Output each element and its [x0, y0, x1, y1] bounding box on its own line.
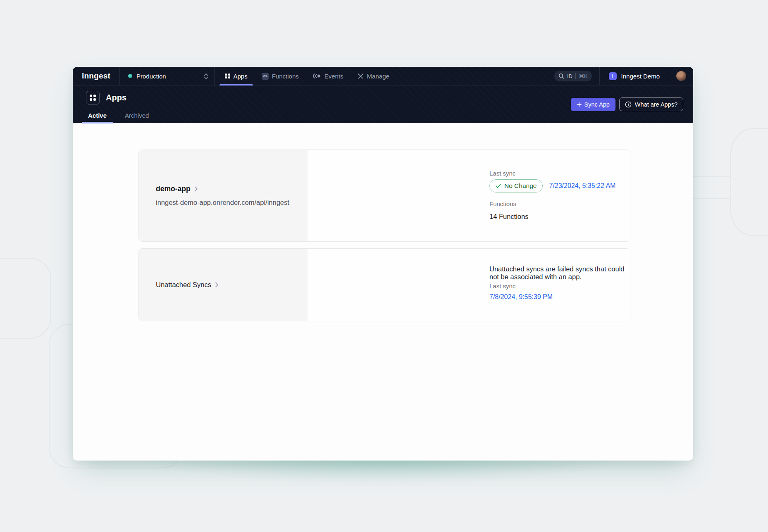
what-are-apps-button[interactable]: What are Apps? — [619, 97, 683, 111]
chevron-right-icon — [215, 282, 219, 287]
environment-status-icon — [128, 74, 132, 78]
last-sync-row: No Change 7/23/2024, 5:35:22 AM — [489, 179, 615, 192]
account-menu[interactable]: i Inngest Demo — [600, 67, 669, 85]
account-name: Inngest Demo — [621, 73, 660, 80]
nav-tab-apps[interactable]: Apps — [218, 67, 255, 85]
search-icon — [558, 73, 564, 79]
decor-rounded-rect-left-top — [0, 258, 51, 339]
nav-tab-functions[interactable]: <> Functions — [255, 67, 306, 85]
what-are-apps-label: What are Apps? — [635, 101, 677, 108]
nav-tabs: Apps <> Functions Events — [218, 67, 396, 85]
decor-band-right — [693, 176, 731, 199]
app-url: inngest-demo-app.onrender.com/api/innges… — [156, 199, 289, 207]
inngest-logo: inngest — [82, 71, 110, 81]
functions-label: Functions — [489, 200, 516, 207]
nav-tab-events[interactable]: Events — [306, 67, 351, 85]
apps-grid-icon — [225, 74, 230, 79]
sync-app-label: Sync App — [584, 101, 610, 108]
app-card: demo-app inngest-demo-app.onrender.com/a… — [138, 150, 630, 242]
tab-active[interactable]: Active — [82, 107, 113, 124]
avatar — [676, 71, 686, 81]
decor-rounded-rect-right — [730, 128, 768, 236]
page-title: Apps — [106, 93, 126, 102]
nav-tab-label: Manage — [367, 73, 389, 80]
last-sync-label: Last sync — [489, 170, 515, 177]
search-input[interactable]: ID ⌘K — [554, 71, 592, 81]
apps-filter-tabs: Active Archived — [82, 107, 155, 124]
unattached-syncs-title-row[interactable]: Unattached Syncs — [156, 281, 219, 289]
search-shortcut: ⌘K — [579, 73, 588, 79]
sync-app-button[interactable]: Sync App — [571, 98, 615, 111]
functions-code-icon: <> — [262, 73, 269, 80]
nav-tab-label: Apps — [234, 73, 248, 80]
page-title-wrap: Apps — [86, 91, 126, 104]
app-name-row[interactable]: demo-app — [156, 185, 198, 193]
org-badge: i — [609, 72, 617, 80]
unattached-syncs-description: Unattached syncs are failed syncs that c… — [489, 265, 630, 281]
app-card-summary[interactable]: demo-app inngest-demo-app.onrender.com/a… — [139, 150, 308, 241]
chevron-up-down-icon — [204, 73, 208, 79]
functions-count: 14 Functions — [489, 213, 528, 221]
last-sync-link[interactable]: 7/23/2024, 5:35:22 AM — [549, 182, 615, 190]
environment-label: Production — [136, 73, 200, 80]
check-icon — [496, 184, 501, 188]
status-badge-label: No Change — [504, 182, 537, 190]
top-nav: inngest Production Apps <> Functions — [73, 67, 693, 86]
search-entity-label: ID — [567, 73, 572, 79]
app-header: inngest Production Apps <> Functions — [73, 67, 693, 123]
logo-section: inngest — [73, 67, 120, 85]
tab-archived[interactable]: Archived — [119, 107, 155, 124]
last-sync-link[interactable]: 7/8/2024, 9:55:39 PM — [489, 293, 553, 301]
app-name: demo-app — [156, 185, 191, 193]
unattached-syncs-details: Unattached syncs are failed syncs that c… — [308, 249, 630, 321]
nav-right-cluster: ID ⌘K i Inngest Demo — [554, 67, 693, 85]
unattached-syncs-card: Unattached Syncs Unattached syncs are fa… — [138, 248, 630, 321]
app-window: inngest Production Apps <> Functions — [73, 67, 693, 461]
page-header: Apps Sync App What are Apps? — [73, 86, 693, 124]
nav-tab-label: Functions — [272, 73, 299, 80]
search-divider — [575, 73, 576, 79]
manage-tools-icon — [358, 73, 364, 79]
unattached-syncs-title: Unattached Syncs — [156, 281, 211, 289]
app-card-details: Last sync No Change 7/23/2024, 5:35:22 A… — [308, 150, 630, 241]
plus-icon — [577, 102, 582, 107]
tab-label: Archived — [125, 112, 149, 119]
window-bottom-glow — [85, 457, 680, 491]
tab-label: Active — [88, 112, 107, 119]
nav-tab-manage[interactable]: Manage — [351, 67, 396, 85]
user-menu[interactable] — [669, 67, 693, 85]
unattached-syncs-summary[interactable]: Unattached Syncs — [139, 249, 308, 321]
environment-switcher[interactable]: Production — [120, 67, 215, 85]
events-stream-icon — [313, 73, 321, 79]
status-badge: No Change — [489, 179, 543, 192]
nav-tab-label: Events — [324, 73, 343, 80]
chevron-right-icon — [194, 186, 198, 192]
info-icon — [625, 101, 632, 108]
header-actions: Sync App What are Apps? — [571, 97, 683, 111]
apps-page-icon — [86, 91, 100, 104]
last-sync-label: Last sync — [489, 283, 515, 290]
